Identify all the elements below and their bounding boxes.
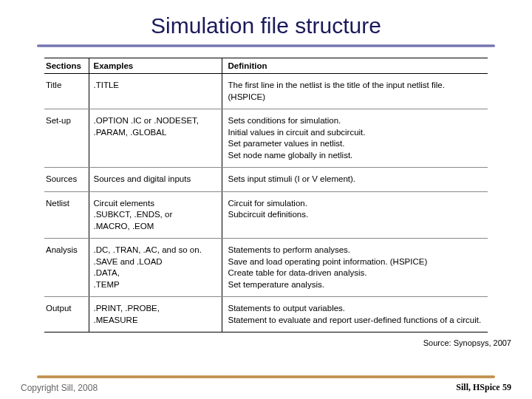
cell-definition: Statements to output variables.Statement… [222,297,488,332]
table-row: SourcesSources and digital inputsSets in… [44,168,488,192]
cell-definition: Sets input stimuli (I or V element). [222,168,488,192]
cell-examples: .PRINT, .PROBE,.MEASURE [89,297,222,332]
cell-examples: .DC, .TRAN, .AC, and so on..SAVE and .LO… [89,239,222,297]
slide-title: Simulation file structure [0,0,532,38]
table-row: Set-up.OPTION .IC or .NODESET,.PARAM, .G… [44,109,488,168]
table-row: Analysis.DC, .TRAN, .AC, and so on..SAVE… [44,239,488,297]
cell-examples: .OPTION .IC or .NODESET,.PARAM, .GLOBAL [89,109,222,168]
table-header-row: Sections Examples Definition [44,58,488,74]
cell-definition: Statements to perform analyses.Save and … [222,239,488,297]
header-sections: Sections [44,58,89,74]
cell-examples: .TITLE [89,74,222,109]
cell-section: Title [44,74,89,109]
table-row: Title.TITLEThe first line in the netlist… [44,74,488,109]
header-definition: Definition [222,58,488,74]
table-row: NetlistCircuit elements.SUBKCT, .ENDS, o… [44,191,488,239]
cell-definition: Sets conditions for simulation.Initial v… [222,109,488,168]
cell-definition: Circuit for simulation.Subcircuit defini… [222,191,488,239]
cell-section: Analysis [44,239,89,297]
header-examples: Examples [89,58,222,74]
table-row: Output.PRINT, .PROBE,.MEASUREStatements … [44,297,488,332]
page-number: 59 [502,382,511,392]
cell-section: Output [44,297,89,332]
structure-table: Sections Examples Definition Title.TITLE… [44,58,488,332]
cell-definition: The first line in the netlist is the tit… [222,74,488,109]
title-underline [37,44,495,47]
copyright-text: Copyright Sill, 2008 [21,383,98,393]
cell-section: Sources [44,168,89,192]
footer-divider [37,375,495,378]
source-citation: Source: Synopsys, 2007 [0,338,511,347]
cell-section: Set-up [44,109,89,168]
cell-examples: Sources and digital inputs [89,168,222,192]
cell-examples: Circuit elements.SUBKCT, .ENDS, or.MACRO… [89,191,222,239]
footer-label: Sill, HSpice [456,382,499,392]
page-footer: Sill, HSpice 59 [456,382,511,393]
cell-section: Netlist [44,191,89,239]
